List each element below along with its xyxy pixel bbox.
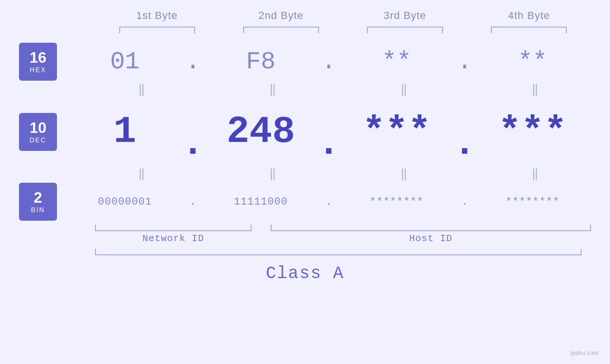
hex-base-name: HEX [30,66,47,74]
dec-base-number: 10 [29,120,47,135]
byte-headers: 1st Byte 2nd Byte 3rd Byte 4th Byte [95,9,591,22]
hex-base-number: 16 [29,50,47,65]
bracket-cell-2 [219,27,343,33]
bin-base-name: BIN [31,206,45,214]
byte2-header: 2nd Byte [219,9,343,22]
eq2-b1: ‖ [85,165,197,183]
bin-dot2: . [319,196,338,208]
dec-dot1: . [183,98,202,165]
dec-byte3: *** [338,110,455,153]
bracket-2 [243,27,319,33]
bin-byte2: 11111000 [202,196,319,208]
dec-byte1-value: 1 [113,110,136,153]
hex-base-label: 16 HEX [19,43,57,81]
hex-byte3-value: ** [382,48,411,76]
hex-dot2: . [319,48,338,76]
hex-row: 16 HEX 01 . F8 . ** . ** [19,43,591,81]
id-labels-row: Network ID Host ID [95,233,591,244]
hex-byte3: ** [338,48,455,76]
hex-byte4: ** [474,48,591,76]
dec-row: 10 DEC 1 . 248 . *** . *** [19,98,591,165]
dec-bytes: 1 . 248 . *** . *** [66,98,591,165]
dec-byte1: 1 [66,110,183,153]
label-gap [252,233,271,244]
eq1-b4: ‖ [479,81,591,98]
network-id-label: Network ID [95,233,252,244]
hex-dot1: . [183,48,202,76]
byte3-header: 3rd Byte [343,9,467,22]
bottom-id-brackets [95,224,591,231]
dec-byte3-value: *** [363,110,431,153]
bin-byte3: ******** [338,196,455,208]
hex-byte2-value: F8 [246,48,275,76]
eq2-b4: ‖ [479,165,591,183]
host-id-bracket [271,224,591,231]
hex-dot3: . [455,48,474,76]
dec-base-name: DEC [29,136,47,144]
bin-byte1-value: 00000001 [98,196,152,208]
bin-byte4: ******** [474,196,591,208]
bin-base-number: 2 [34,190,42,205]
byte4-header: 4th Byte [467,9,591,22]
hex-bytes: 01 . F8 . ** . ** [66,48,591,76]
main-container: 1st Byte 2nd Byte 3rd Byte 4th Byte 16 H… [0,0,610,364]
bin-dot1: . [183,196,202,208]
bin-bytes: 00000001 . 11111000 . ******** . *******… [66,196,591,208]
bracket-1 [119,27,195,33]
equals-row-2: ‖ ‖ ‖ ‖ [85,165,591,183]
hex-byte1: 01 [66,48,183,76]
bin-byte3-value: ******** [370,196,424,208]
dec-byte4: *** [474,110,591,153]
bracket-3 [367,27,443,33]
bracket-cell-3 [343,27,467,33]
class-label: Class A [266,264,344,283]
bracket-gap [252,224,271,231]
network-id-bracket [95,224,252,231]
hex-byte4-value: ** [518,48,547,76]
hex-byte1-value: 01 [110,48,140,76]
eq1-b3: ‖ [348,81,460,98]
dec-base-label: 10 DEC [19,113,57,151]
byte1-header: 1st Byte [95,9,219,22]
hex-byte2: F8 [202,48,319,76]
eq1-b1: ‖ [85,81,197,98]
bracket-cell-4 [467,27,591,33]
dec-dot3: . [455,98,474,165]
eq1-b2: ‖ [216,81,328,98]
full-bottom-bracket [95,249,582,255]
dec-byte2: 248 [202,110,319,153]
watermark: ipshu.com [571,349,599,356]
eq2-b3: ‖ [348,165,460,183]
dec-dot2: . [319,98,338,165]
class-label-row: Class A [19,259,591,288]
dec-byte4-value: *** [498,110,567,153]
bin-row: 2 BIN 00000001 . 11111000 . ******** . *… [19,183,591,221]
bin-byte2-value: 11111000 [234,196,288,208]
network-bracket-container [95,224,252,231]
dec-byte2-value: 248 [226,110,295,153]
bracket-4 [491,27,567,33]
equals-row-1: ‖ ‖ ‖ ‖ [85,81,591,98]
bin-dot3: . [455,196,474,208]
bin-base-label: 2 BIN [19,183,57,221]
bracket-cell-1 [95,27,219,33]
bin-byte1: 00000001 [66,196,183,208]
eq2-b2: ‖ [216,165,328,183]
host-id-label: Host ID [271,233,591,244]
bin-byte4-value: ******** [506,196,560,208]
top-brackets [95,27,591,33]
